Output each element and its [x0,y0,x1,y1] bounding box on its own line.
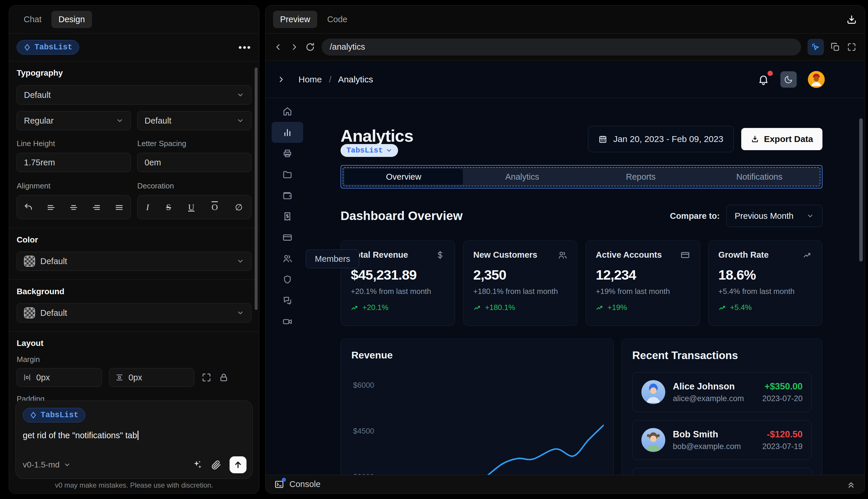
nav-wallet[interactable] [272,185,303,206]
nav-reports[interactable] [272,143,303,164]
bar-chart-icon [282,127,292,137]
overline-icon[interactable]: O [211,202,218,212]
send-button[interactable] [230,457,247,473]
folder-icon [282,169,292,179]
italic-icon[interactable]: I [146,202,149,212]
theme-toggle[interactable] [780,71,797,88]
font-weight-select[interactable]: Regular [17,111,131,130]
background-select[interactable]: Default [17,303,251,322]
margin-y-input[interactable]: 0px [109,368,194,387]
color-swatch [24,256,35,267]
more-menu-icon[interactable]: ••• [238,46,251,49]
selected-component-chip[interactable]: TabsList [340,144,398,157]
nav-files[interactable] [272,164,303,185]
date-range-button[interactable]: Jan 20, 2023 - Feb 09, 2023 [588,126,734,152]
tab-chat[interactable]: Chat [17,11,49,28]
font-size-select[interactable]: Default [137,111,251,130]
breadcrumb-home[interactable]: Home [298,74,322,84]
console-activity-dot [282,478,286,482]
stat-card-growth-rate[interactable]: Growth Rate 18.6% +5.4% from last month … [708,241,823,326]
chat-composer[interactable]: TabsList get rid of the "notifications" … [15,401,253,479]
revenue-chart-card: Revenue $6000 $4500 $3000 [340,339,613,493]
nav-cards[interactable] [272,227,303,248]
alignment-label: Alignment [17,181,131,191]
nav-video[interactable] [272,311,303,332]
notifications-bell[interactable] [758,74,769,85]
panel-tabs: Chat Design [9,5,259,34]
preview-scrollbar[interactable] [859,118,863,261]
composer-context-chip[interactable]: TabsList [23,408,85,423]
compare-label: Compare to: [670,211,720,221]
tab-code[interactable]: Code [320,11,354,28]
sidebar-expand-icon[interactable] [277,75,286,84]
sparkles-icon[interactable] [192,460,203,470]
attach-icon[interactable] [211,460,221,470]
letter-spacing-input[interactable]: 0em [137,153,251,172]
chevrons-up-icon[interactable] [846,479,856,489]
console-bar[interactable]: Console [265,475,865,494]
nav-invoices[interactable] [272,206,303,227]
transaction-row[interactable]: Alice Johnson alice@example.com +$350.00… [632,372,811,412]
tab-reports[interactable]: Reports [582,169,700,185]
notification-dot [768,71,773,76]
alignment-toolbar [17,195,131,219]
nav-analytics[interactable] [272,122,303,143]
selected-element-chip[interactable]: TabsList [17,40,79,54]
users-icon [558,251,567,260]
align-right-icon[interactable] [92,203,101,212]
stat-card-active-accounts[interactable]: Active Accounts 12,234 +19% from last mo… [586,241,700,326]
download-icon [751,135,759,144]
tab-preview[interactable]: Preview [273,11,317,28]
trend-up-icon [351,304,359,312]
expand-values-icon[interactable] [201,372,212,383]
nav-messages[interactable] [272,290,303,311]
stat-cards: Total Revenue $45,231.89 +20.1% from las… [340,241,822,326]
margin-x-input[interactable]: 0px [17,368,102,387]
background-section: Background Default [9,280,259,332]
model-select[interactable]: v0-1.5-md [23,460,71,470]
line-height-input[interactable]: 1.75rem [17,153,131,172]
undo-icon[interactable] [24,203,33,212]
printer-icon [282,148,292,158]
download-icon[interactable] [846,14,857,25]
typography-title: Typography [17,68,251,78]
margin-vertical-icon [115,373,124,382]
lock-icon[interactable] [219,373,229,382]
font-family-select[interactable]: Default [17,85,251,105]
export-data-button[interactable]: Export Data [741,128,822,150]
stat-card-new-customers[interactable]: New Customers 2,350 +180.1% from last mo… [463,241,578,326]
nav-home[interactable] [272,101,303,122]
tab-design[interactable]: Design [51,11,92,28]
copy-icon[interactable] [830,42,840,52]
align-justify-icon[interactable] [114,203,124,212]
fullscreen-icon[interactable] [847,42,857,52]
user-avatar[interactable] [808,71,825,88]
panel-scrollbar[interactable] [255,68,258,310]
trend-up-icon [596,304,604,312]
back-icon[interactable] [274,42,283,52]
url-input[interactable]: /analytics [322,39,801,56]
tab-overview[interactable]: Overview [344,169,463,185]
underline-icon[interactable]: U [188,202,195,212]
diamond-icon [23,44,31,51]
tab-analytics[interactable]: Analytics [463,169,582,185]
home-icon [282,106,292,116]
forward-icon[interactable] [289,42,299,52]
no-decoration-icon[interactable]: ∅ [235,202,243,212]
tab-notifications[interactable]: Notifications [700,169,819,185]
nav-members[interactable] [272,248,303,269]
composer-input[interactable]: get rid of the "notifications" tab [23,431,245,440]
chevron-down-icon [237,309,244,317]
compare-select[interactable]: Previous Month [726,205,823,227]
transaction-row[interactable]: Bob Smith bob@example.com -$120.50 2023-… [632,420,811,460]
refresh-icon[interactable] [305,42,315,52]
chevron-down-icon [237,257,244,265]
nav-security[interactable] [272,269,303,290]
strikethrough-icon[interactable]: S [166,202,171,212]
align-left-icon[interactable] [47,203,56,212]
color-select[interactable]: Default [17,252,251,271]
design-mode-pointer-icon[interactable] [808,39,824,55]
align-center-icon[interactable] [69,203,78,212]
credit-card-icon [681,251,690,260]
avatar [641,428,665,452]
